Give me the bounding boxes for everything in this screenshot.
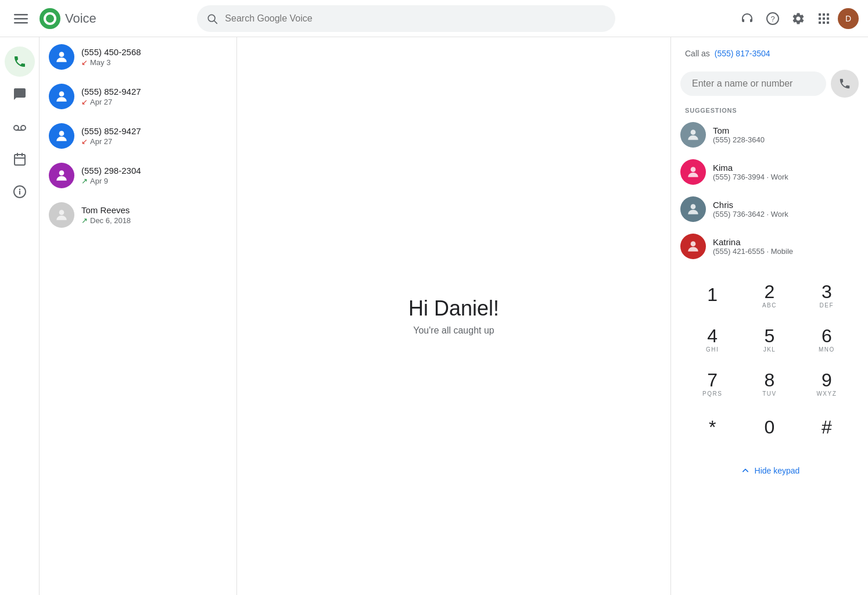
suggestion-avatar [680,159,706,185]
suggestion-info: Tom (555) 228-3640 [713,126,859,144]
contact-name: (555) 852-9427 [81,87,227,96]
call-date: Dec 6, 2018 [90,216,131,225]
svg-point-19 [14,126,19,130]
svg-rect-16 [819,21,821,24]
nav-messages[interactable] [5,79,35,109]
welcome-title: Hi Daniel! [408,296,499,321]
history-item[interactable]: (555) 298-2304 ↗ Apr 9 [40,156,236,195]
svg-point-31 [59,131,64,136]
suggestion-item[interactable]: Chris (555) 736-3642 · Work [671,191,868,228]
svg-point-30 [59,91,64,96]
svg-point-33 [59,210,64,215]
svg-rect-14 [823,17,825,20]
key-2[interactable]: 2 ABC [742,274,797,316]
svg-rect-1 [14,18,28,20]
contact-avatar [49,163,74,188]
nav-info[interactable] [5,177,35,207]
headset-button[interactable] [736,7,759,30]
call-date: May 3 [90,58,110,67]
key-3[interactable]: 3 DEF [799,274,854,316]
history-item[interactable]: Tom Reeves ↗ Dec 6, 2018 [40,195,236,235]
suggestion-name: Katrina [713,237,859,247]
welcome-area: Hi Daniel! You're all caught up [408,296,499,336]
svg-rect-12 [827,13,829,16]
suggestion-name: Kima [713,163,859,173]
contact-avatar [49,202,74,228]
suggestion-item[interactable]: Tom (555) 228-3640 [671,116,868,153]
suggestion-number: (555) 228-3640 [713,135,859,144]
history-meta: ↙ May 3 [81,58,227,67]
key-hash[interactable]: # [799,407,854,449]
suggestion-item[interactable]: Kima (555) 736-3994 · Work [671,153,868,191]
history-info: (555) 852-9427 ↙ Apr 27 [81,126,227,146]
call-direction-icon: ↗ [81,177,88,185]
contact-avatar [49,44,74,70]
search-input[interactable] [225,13,606,24]
history-item[interactable]: (555) 450-2568 ↙ May 3 [40,37,236,77]
key-6[interactable]: 6 MNO [799,318,854,360]
nav-calls[interactable] [5,46,35,77]
nav-voicemail[interactable] [5,112,35,142]
suggestion-name: Chris [713,200,859,210]
call-direction-icon: ↙ [81,58,88,67]
keypad-grid: 1 2 ABC 3 DEF 4 GHI 5 JKL [685,274,854,449]
svg-rect-0 [14,14,28,16]
suggestion-avatar [680,122,706,148]
call-button[interactable] [831,70,859,98]
history-item[interactable]: (555) 852-9427 ↙ Apr 27 [40,77,236,116]
history-info: (555) 852-9427 ↙ Apr 27 [81,87,227,106]
svg-rect-15 [827,17,829,20]
app-name: Voice [65,11,96,26]
dialer-input[interactable] [680,71,826,96]
svg-point-29 [59,52,64,57]
contact-avatar [49,84,74,109]
key-8[interactable]: 8 TUV [742,363,797,404]
help-button[interactable]: ? [761,7,784,30]
suggestion-number: (555) 736-3994 · Work [713,173,859,181]
svg-point-32 [59,170,64,175]
voice-logo-icon [40,8,60,29]
hamburger-menu-button[interactable] [9,7,33,30]
key-4[interactable]: 4 GHI [685,318,740,360]
nav-scheduled[interactable] [5,144,35,174]
history-meta: ↗ Dec 6, 2018 [81,216,227,225]
search-icon [206,13,218,24]
contact-name: (555) 450-2568 [81,47,227,57]
svg-line-7 [214,20,217,23]
main-area: (555) 450-2568 ↙ May 3 (555) 852-9427 ↙ … [0,37,868,595]
history-info: (555) 450-2568 ↙ May 3 [81,47,227,67]
settings-button[interactable] [787,7,810,30]
suggestion-info: Kima (555) 736-3994 · Work [713,163,859,181]
suggestion-number: (555) 736-3642 · Work [713,210,859,218]
key-7[interactable]: 7 PQRS [685,363,740,404]
history-info: (555) 298-2304 ↗ Apr 9 [81,166,227,185]
key-9[interactable]: 9 WXYZ [799,363,854,404]
svg-point-5 [46,15,54,23]
svg-rect-11 [823,13,825,16]
key-0[interactable]: 0 [742,407,797,449]
apps-button[interactable] [812,7,835,30]
history-item[interactable]: (555) 852-9427 ↙ Apr 27 [40,116,236,156]
suggestion-item[interactable]: Katrina (555) 421-6555 · Mobile [671,228,868,265]
suggestion-name: Tom [713,126,859,135]
call-as-number: (555) 817-3504 [715,49,770,58]
key-1[interactable]: 1 [685,274,740,316]
topbar-right: ? D [736,7,859,30]
svg-rect-13 [819,17,821,20]
suggestion-info: Katrina (555) 421-6555 · Mobile [713,237,859,256]
svg-point-36 [691,204,696,209]
key-star[interactable]: * [685,407,740,449]
suggestion-number: (555) 421-6555 · Mobile [713,247,859,256]
suggestion-avatar [680,196,706,222]
svg-rect-10 [819,13,821,16]
history-info: Tom Reeves ↗ Dec 6, 2018 [81,205,227,225]
user-avatar-button[interactable]: D [838,8,859,29]
key-5[interactable]: 5 JKL [742,318,797,360]
call-date: Apr 27 [90,137,112,146]
call-as-bar: Call as (555) 817-3504 [671,37,868,65]
svg-rect-22 [15,155,25,165]
contact-name: (555) 852-9427 [81,126,227,136]
hide-keypad-button[interactable]: Hide keypad [671,458,868,483]
contact-name: Tom Reeves [81,205,227,215]
call-direction-icon: ↙ [81,137,88,146]
